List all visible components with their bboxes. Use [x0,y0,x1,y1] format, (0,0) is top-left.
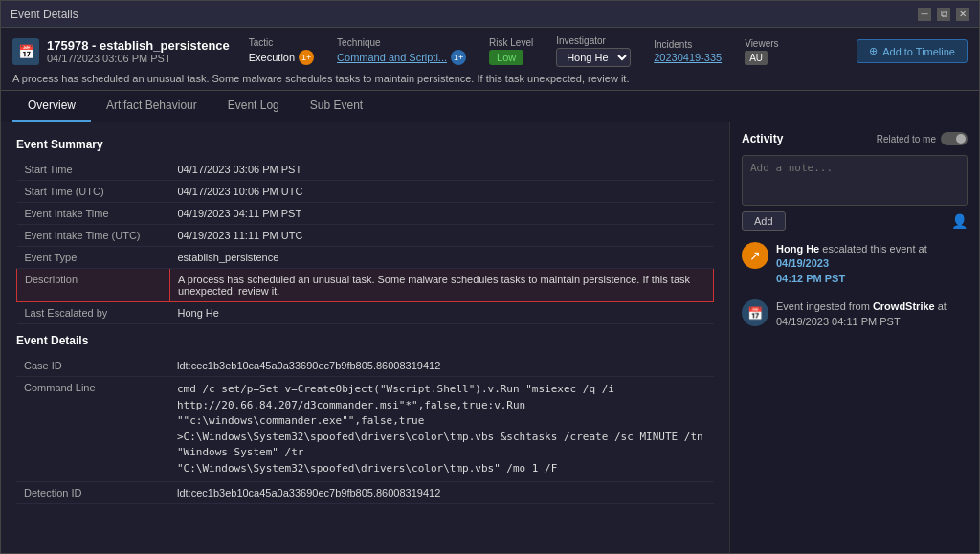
event-details-window: Event Details ─ ⧉ ✕ 📅 175978 - establish… [0,0,980,554]
tactic-field: Tactic Execution 1+ [249,37,314,65]
tab-sub-event[interactable]: Sub Event [295,91,378,122]
table-row: Event Intake Time04/19/2023 04:11 PM PST [17,203,714,225]
minimize-button[interactable]: ─ [918,8,931,21]
row-label: Event Type [17,247,170,269]
row-label: Command Line [16,377,169,482]
technique-field: Technique Command and Scripti... 1+ [337,37,466,65]
row-label: Event Intake Time [17,203,170,225]
event-header: 📅 175978 - establish_persistence 04/17/2… [1,28,979,91]
row-value: ldt:cec1b3eb10ca45a0a33690ec7b9fb805.860… [169,482,714,504]
table-row: DescriptionA process has scheduled an un… [17,269,714,302]
table-row: Start Time04/17/2023 03:06 PM PST [17,159,714,181]
related-me: Related to me [877,132,968,145]
note-actions: Add 👤 [742,211,968,231]
row-value: Hong He [170,302,714,324]
investigator-label: Investigator [556,35,631,46]
activity-text: Hong He escalated this event at 04/19/20… [776,242,968,286]
activity-panel: Activity Related to me Add 👤 ↗ Hong He e… [730,122,979,553]
risk-value: Low [489,50,533,65]
tactic-value: Execution 1+ [249,50,314,65]
investigator-field: Investigator Hong He [556,35,631,67]
row-value: 04/17/2023 03:06 PM PST [170,159,714,181]
risk-label: Risk Level [489,37,533,48]
viewers-label: Viewers [745,38,778,49]
row-value: 04/17/2023 10:06 PM UTC [170,181,714,203]
row-label: Detection ID [16,482,169,504]
tabs-bar: Overview Artifact Behaviour Event Log Su… [1,91,979,122]
row-value: ldt:cec1b3eb10ca45a0a33690ec7b9fb805.860… [169,355,714,377]
row-value: establish_persistence [170,247,714,269]
event-id-text: 175978 - establish_persistence 04/17/202… [47,38,230,64]
investigator-select[interactable]: Hong He [556,48,631,67]
table-row: Event Typeestablish_persistence [17,247,714,269]
row-label: Case ID [16,355,169,377]
incidents-field: Incidents 20230419-335 [654,39,722,63]
content-area: Event Summary Start Time04/17/2023 03:06… [1,122,979,553]
tab-overview[interactable]: Overview [12,91,91,122]
activity-items: ↗ Hong He escalated this event at 04/19/… [742,242,968,329]
close-button[interactable]: ✕ [956,8,969,21]
incidents-value[interactable]: 20230419-335 [654,52,722,63]
related-me-label: Related to me [877,134,936,144]
activity-title: Activity [742,132,783,145]
tab-artifact-behaviour[interactable]: Artifact Behaviour [91,91,212,122]
row-label: Start Time (UTC) [17,181,170,203]
viewers-field: Viewers AU [745,38,778,65]
event-details-title: Event Details [16,334,714,347]
viewers-value: AU [745,51,778,65]
window-controls: ─ ⧉ ✕ [918,8,969,21]
event-date: 04/17/2023 03:06 PM PST [47,53,230,64]
table-row: Command Linecmd /c set/p=Set v=CreateObj… [16,377,714,482]
technique-label: Technique [337,37,466,48]
header-fields: Tactic Execution 1+ Technique Command an… [249,35,779,67]
note-input[interactable] [750,162,959,196]
tactic-label: Tactic [249,37,314,48]
event-details-table: Case IDldt:cec1b3eb10ca45a0a33690ec7b9fb… [16,355,714,504]
table-row: Event Intake Time (UTC)04/19/2023 11:11 … [17,225,714,247]
event-name: 175978 - establish_persistence [47,38,230,53]
tab-event-log[interactable]: Event Log [212,91,295,122]
activity-text: Event ingested from CrowdStrike at04/19/… [776,299,947,329]
row-label: Description [17,269,170,302]
related-me-toggle[interactable] [941,132,968,145]
table-row: Start Time (UTC)04/17/2023 10:06 PM UTC [17,181,714,203]
technique-value: Command and Scripti... 1+ [337,50,466,65]
table-row: Case IDldt:cec1b3eb10ca45a0a33690ec7b9fb… [16,355,714,377]
note-area [742,155,968,206]
row-label: Last Escalated by [17,302,170,324]
activity-avatar-calendar: 📅 [742,299,768,326]
table-row: Last Escalated byHong He [17,302,714,324]
tactic-badge: 1+ [299,50,314,65]
event-summary-title: Event Summary [16,138,714,151]
activity-header: Activity Related to me [742,132,968,145]
header-description: A process has scheduled an unusual task.… [12,73,968,84]
restore-button[interactable]: ⧉ [937,8,950,21]
calendar-icon: 📅 [12,38,39,65]
person-icon: 👤 [951,213,968,229]
row-label: Event Intake Time (UTC) [17,225,170,247]
row-value: 04/19/2023 04:11 PM PST [170,203,714,225]
plus-icon: ⊕ [869,45,878,57]
activity-avatar: ↗ [742,242,768,269]
technique-badge: 1+ [451,50,466,65]
event-id-block: 📅 175978 - establish_persistence 04/17/2… [12,38,230,65]
incidents-label: Incidents [654,39,722,50]
row-value: cmd /c set/p=Set v=CreateObject("Wscript… [169,377,714,482]
table-row: Detection IDldt:cec1b3eb10ca45a0a33690ec… [16,482,714,504]
main-panel: Event Summary Start Time04/17/2023 03:06… [1,122,730,553]
activity-item: 📅 Event ingested from CrowdStrike at04/1… [742,299,968,329]
event-summary-table: Start Time04/17/2023 03:06 PM PSTStart T… [16,159,714,324]
row-label: Start Time [17,159,170,181]
row-value: 04/19/2023 11:11 PM UTC [170,225,714,247]
title-bar: Event Details ─ ⧉ ✕ [1,1,979,28]
add-timeline-button[interactable]: ⊕ Add to Timeline [857,39,968,63]
activity-item: ↗ Hong He escalated this event at 04/19/… [742,242,968,286]
window-title: Event Details [11,8,78,21]
add-note-button[interactable]: Add [742,211,786,231]
risk-field: Risk Level Low [489,37,533,65]
investigator-value: Hong He [556,48,631,67]
row-value: A process has scheduled an unusual task.… [170,269,714,302]
